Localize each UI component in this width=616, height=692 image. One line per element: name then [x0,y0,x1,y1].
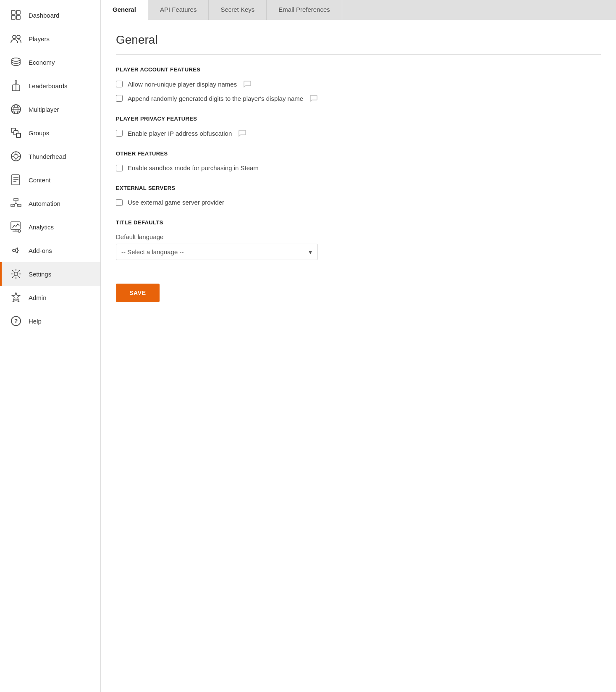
section-other-features: OTHER FEATURES Enable sandbox mode for p… [116,150,601,171]
checkbox-non-unique-names[interactable] [116,81,123,87]
sidebar-item-economy[interactable]: Economy [0,50,100,74]
language-select[interactable]: -- Select a language -- [116,244,317,260]
checkbox-row-external-server: Use external game server provider [116,199,601,206]
sidebar-label-settings: Settings [29,271,51,278]
checkbox-external-server[interactable] [116,199,123,206]
comment-icon-ip-obfuscation [239,129,246,137]
sidebar-label-automation: Automation [29,200,60,207]
players-icon [10,33,22,45]
section-title-defaults: TITLE DEFAULTS Default language -- Selec… [116,219,601,260]
main-content: General API Features Secret Keys Email P… [101,0,616,692]
content-area: General PLAYER ACCOUNT FEATURES Allow no… [101,20,616,692]
sidebar-label-thunderhead: Thunderhead [29,153,66,160]
multiplayer-icon [10,103,22,115]
svg-rect-0 [11,11,15,14]
svg-rect-1 [11,16,15,19]
sidebar-label-content: Content [29,176,51,184]
checkbox-sandbox-steam[interactable] [116,165,123,171]
svg-rect-37 [11,222,20,229]
sidebar-item-settings[interactable]: Settings [0,262,100,286]
leaderboards-icon [10,80,22,92]
section-heading-title-defaults: TITLE DEFAULTS [116,219,601,226]
label-sandbox-steam: Enable sandbox mode for purchasing in St… [128,164,259,171]
svg-point-41 [14,272,18,276]
sidebar-label-groups: Groups [29,129,49,137]
economy-icon [10,56,22,68]
comment-icon-append-digits [310,95,317,102]
sidebar-item-leaderboards[interactable]: Leaderboards [0,74,100,97]
svg-point-6 [12,58,20,61]
svg-text:?: ? [14,318,18,324]
section-player-account: PLAYER ACCOUNT FEATURES Allow non-unique… [116,66,601,102]
sidebar-label-addons: Add-ons [29,247,52,254]
svg-rect-31 [14,198,18,201]
page-title: General [116,33,601,47]
section-heading-player-privacy: PLAYER PRIVACY FEATURES [116,116,601,122]
sidebar-label-leaderboards: Leaderboards [29,82,68,89]
sidebar-label-admin: Admin [29,294,47,301]
section-heading-external-servers: EXTERNAL SERVERS [116,185,601,191]
svg-rect-3 [16,16,20,19]
sidebar-item-thunderhead[interactable]: Thunderhead [0,145,100,168]
sidebar-label-players: Players [29,35,50,42]
checkbox-row-ip-obfuscation: Enable player IP address obfuscation [116,129,601,137]
svg-rect-19 [16,133,21,137]
sidebar-item-addons[interactable]: Add-ons [0,239,100,262]
sidebar-label-multiplayer: Multiplayer [29,106,59,113]
settings-icon [10,268,22,280]
admin-icon [10,292,22,303]
tab-api-features[interactable]: API Features [148,0,209,20]
sidebar-label-analytics: Analytics [29,224,54,231]
sidebar-item-players[interactable]: Players [0,27,100,50]
language-field-label: Default language [116,233,601,240]
section-player-privacy: PLAYER PRIVACY FEATURES Enable player IP… [116,116,601,137]
sidebar-item-multiplayer[interactable]: Multiplayer [0,97,100,121]
checkbox-append-digits[interactable] [116,95,123,102]
label-append-digits: Append randomly generated digits to the … [128,95,303,102]
checkbox-row-sandbox-steam: Enable sandbox mode for purchasing in St… [116,164,601,171]
groups-icon [10,127,22,139]
tab-general[interactable]: General [101,0,148,20]
label-non-unique-names: Allow non-unique player display names [128,81,237,88]
sidebar: Dashboard Players Economy [0,0,101,692]
svg-point-22 [14,154,18,158]
svg-rect-2 [16,11,20,14]
comment-icon-non-unique-names [244,80,251,88]
tab-email-preferences[interactable]: Email Preferences [267,0,342,20]
dashboard-icon [10,9,22,21]
analytics-icon [10,221,22,233]
svg-rect-7 [15,81,17,83]
sidebar-label-economy: Economy [29,59,55,66]
sidebar-item-automation[interactable]: Automation [0,192,100,215]
sidebar-item-groups[interactable]: Groups [0,121,100,145]
section-heading-other-features: OTHER FEATURES [116,150,601,157]
language-select-wrapper: -- Select a language -- ▼ [116,244,317,260]
sidebar-item-dashboard[interactable]: Dashboard [0,3,100,27]
sidebar-label-dashboard: Dashboard [29,12,59,19]
tab-secret-keys[interactable]: Secret Keys [209,0,267,20]
section-external-servers: EXTERNAL SERVERS Use external game serve… [116,185,601,206]
sidebar-item-content[interactable]: Content [0,168,100,192]
help-icon: ? [10,315,22,327]
sidebar-item-help[interactable]: ? Help [0,309,100,333]
section-divider [116,54,601,55]
label-ip-obfuscation: Enable player IP address obfuscation [128,130,232,137]
checkbox-ip-obfuscation[interactable] [116,130,123,137]
addons-icon [10,245,22,256]
content-icon [10,174,22,186]
checkbox-row-non-unique-names: Allow non-unique player display names [116,80,601,88]
svg-point-4 [13,35,16,39]
save-button[interactable]: SAVE [116,284,160,302]
svg-rect-27 [12,175,19,185]
sidebar-label-help: Help [29,318,42,325]
svg-point-5 [17,35,20,39]
thunderhead-icon [10,150,22,162]
sidebar-item-admin[interactable]: Admin [0,286,100,309]
section-heading-player-account: PLAYER ACCOUNT FEATURES [116,66,601,73]
tabs-bar: General API Features Secret Keys Email P… [101,0,616,20]
sidebar-item-analytics[interactable]: Analytics [0,215,100,239]
label-external-server: Use external game server provider [128,199,224,206]
automation-icon [10,197,22,209]
checkbox-row-append-digits: Append randomly generated digits to the … [116,95,601,102]
